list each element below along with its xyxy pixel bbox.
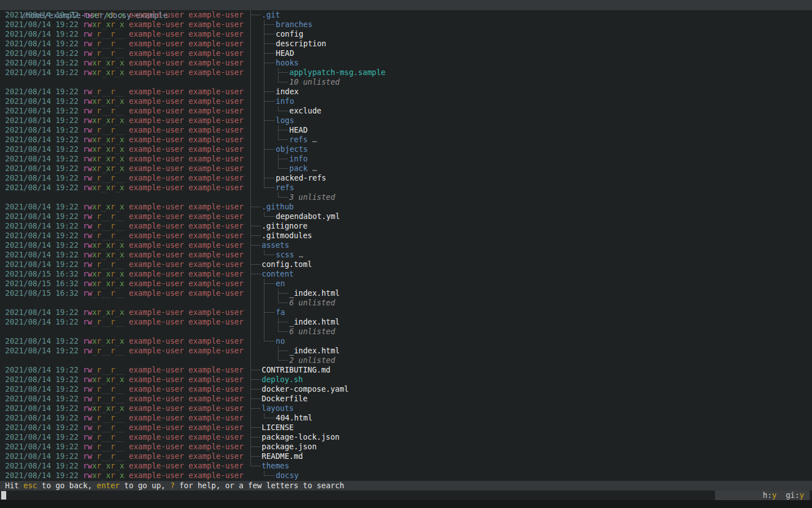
tree-item-name[interactable]: .github [262,202,294,212]
tree-item-name[interactable]: _index.html [289,346,339,356]
file-meta-row: 2021/08/14 19:22 rw_r__r__ example-user … [5,384,244,394]
tree-item-name[interactable]: themes [262,461,289,471]
tree-item-name[interactable]: README.md [262,452,303,461]
file-meta-row: 2021/08/14 19:22 rwxr_xr_x example-user … [5,250,244,260]
tree-item-name[interactable]: fa [276,308,285,317]
group-name: example-user [188,365,244,374]
tree-branch-line [279,159,288,159]
tree-branch-line [251,408,261,409]
tree-item-name[interactable]: no [276,336,285,346]
permissions: rwxr_xr_x [83,250,124,259]
tree-item-name[interactable]: index [276,87,299,97]
tree-item-name[interactable]: package-lock.json [262,432,339,442]
permissions: rw_r__r__ [83,49,124,58]
tree-item-name[interactable]: Dockerfile [262,394,307,404]
tree-item-name[interactable]: content [262,269,294,279]
modified-date: 2021/08/14 19:22 [5,49,78,58]
group-name: example-user [188,125,244,134]
owner-name: example-user [129,461,184,470]
tree-branch-line [251,274,261,274]
group-name: example-user [188,269,244,278]
file-meta-row: 2021/08/14 19:22 rwxr_xr_x example-user … [5,97,244,106]
tree-item-name[interactable]: logs [276,116,294,125]
modified-date: 2021/08/14 19:22 [5,317,78,326]
tree-branch-line [251,226,261,226]
flag-hidden[interactable]: h:y [763,491,776,500]
tree-item-name[interactable]: exclude [289,106,321,116]
tree-item-name[interactable]: description [276,39,326,49]
permissions: rw_r__r__ [83,106,124,115]
tree-item-name[interactable]: _index.html [289,317,339,327]
permissions: rw_r__r__ [83,260,124,269]
modified-date: 2021/08/14 19:22 [5,87,78,96]
tree-item-name[interactable]: HEAD [289,125,308,135]
tree-item-name[interactable]: config.toml [262,260,312,269]
tree-branch-line [279,331,288,332]
tree-item-name[interactable]: _index.html [289,288,339,298]
file-meta-row: 2021/08/15 16:32 rw_r__r__ example-user … [5,288,244,298]
permissions: rw_r__r__ [83,423,124,432]
file-meta-row: 2021/08/14 19:22 rw_r__r__ example-user … [5,231,244,240]
tree-item-name[interactable]: package.json [262,442,317,452]
group-name: example-user [188,221,244,230]
permissions: rwxr_xr_x [83,269,124,278]
tree-item-name[interactable]: LICENSE [262,423,294,432]
tree-item-name[interactable]: HEAD [276,49,294,58]
tree-item-name[interactable]: hooks [276,58,299,68]
tree-item-name[interactable]: refs … [289,135,317,144]
unlisted-count: 10 unlisted [289,77,339,87]
tree-item-name[interactable]: .gitmodules [262,231,312,240]
modified-date: 2021/08/14 19:22 [5,461,78,470]
tree-item-name[interactable]: CONTRIBUTING.md [262,365,330,375]
tree-item-name[interactable]: info [276,97,294,106]
tree-item-name[interactable]: pack … [289,164,317,173]
tree-item-name[interactable]: 404.html [276,413,312,423]
tree-branch-line [279,351,288,351]
tree-branch-line [250,336,251,346]
owner-name: example-user [129,442,184,451]
flag-gitignore[interactable]: gi:y [785,491,804,500]
tree-item-name[interactable]: packed-refs [276,173,326,183]
modified-date: 2021/08/14 19:22 [5,240,78,249]
tree-item-name[interactable]: applypatch-msg.sample [289,68,386,77]
key-hint: enter [97,481,120,490]
status-bar: Hit esc to go back, enter to go up, ? fo… [0,481,812,491]
modified-date: 2021/08/14 19:22 [5,413,78,422]
tree-item-name[interactable]: assets [262,240,289,250]
owner-name: example-user [129,125,184,134]
tree-item-name[interactable]: branches [276,20,312,29]
tree-item-name[interactable]: .git [262,10,280,20]
group-name: example-user [188,308,244,317]
group-name: example-user [188,116,244,125]
permissions: rw_r__r__ [83,173,124,182]
group-name: example-user [188,154,244,163]
tree-item-name[interactable]: dependabot.yml [276,212,340,221]
modified-date: 2021/08/14 19:22 [5,202,78,211]
tree-branch-line [250,49,251,58]
tree-item-name[interactable]: docker-compose.yaml [262,384,348,394]
tree-item-name[interactable]: info [289,154,308,164]
modified-date: 2021/08/14 19:22 [5,10,78,19]
tree-item-name[interactable]: config [276,29,303,39]
owner-name: example-user [129,29,184,38]
modified-date: 2021/08/14 19:22 [5,116,78,125]
file-meta-row [5,298,244,308]
tree-item-name[interactable]: refs [276,183,294,192]
tree-item-name[interactable]: layouts [262,404,294,413]
tree-branch-line [251,245,261,246]
pruned-ellipsis: … [308,164,317,173]
tree-item-name[interactable]: docsy [276,471,299,480]
group-name: example-user [188,336,244,345]
unlisted-count: 6 unlisted [289,298,335,308]
tree-branch-line [250,164,251,173]
mode-flags[interactable]: h:y gi:y [715,491,810,500]
search-input[interactable]: h:y gi:y [0,491,812,500]
tree-item-name[interactable]: objects [276,144,308,154]
permissions: rw_r__r__ [83,432,124,441]
tree-item-name[interactable]: .gitignore [262,221,307,231]
file-meta-row: 2021/08/14 19:22 rwxr_xr_x example-user … [5,10,244,20]
tree-item-name[interactable]: en [276,279,285,288]
file-meta-row: 2021/08/14 19:22 rw_r__r__ example-user … [5,423,244,432]
tree-item-name[interactable]: scss … [276,250,303,260]
tree-item-name[interactable]: deploy.sh [262,375,303,384]
